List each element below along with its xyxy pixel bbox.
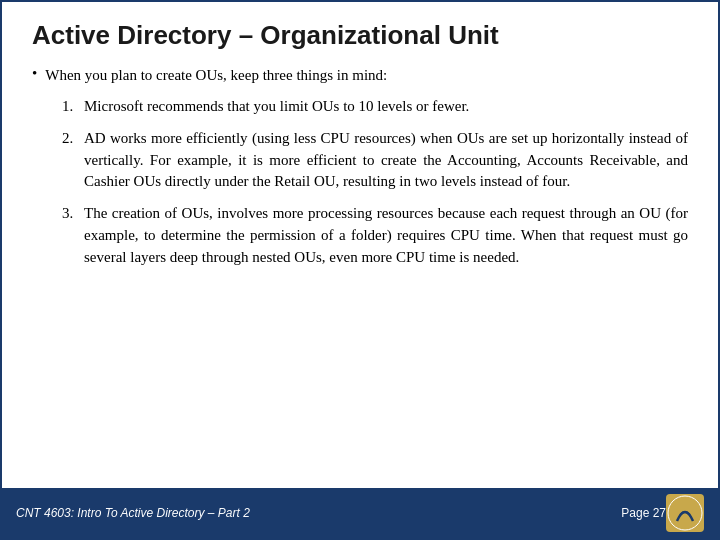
item-3-num: 3. xyxy=(62,203,84,225)
list-item-2: 2. AD works more efficiently (using less… xyxy=(62,128,688,193)
item-2-text: AD works more efficiently (using less CP… xyxy=(84,128,688,193)
slide-content: Active Directory – Organizational Unit •… xyxy=(2,2,718,488)
list-item-1: 1. Microsoft recommends that you limit O… xyxy=(62,96,688,118)
numbered-list: 1. Microsoft recommends that you limit O… xyxy=(62,96,688,268)
item-2-num: 2. xyxy=(62,128,84,150)
main-bullet: • When you plan to create OUs, keep thre… xyxy=(32,65,688,86)
list-item-3: 3. The creation of OUs, involves more pr… xyxy=(62,203,688,268)
main-bullet-text: When you plan to create OUs, keep three … xyxy=(45,65,387,86)
logo-svg xyxy=(667,495,703,531)
item-3-text: The creation of OUs, involves more proce… xyxy=(84,203,688,268)
slide-footer: CNT 4603: Intro To Active Directory – Pa… xyxy=(2,488,718,538)
item-1-num: 1. xyxy=(62,96,84,118)
footer-page: Page 27 xyxy=(621,506,666,520)
slide: Active Directory – Organizational Unit •… xyxy=(0,0,720,540)
slide-title: Active Directory – Organizational Unit xyxy=(32,20,688,51)
item-1-text: Microsoft recommends that you limit OUs … xyxy=(84,96,688,118)
bullet-symbol: • xyxy=(32,65,37,82)
footer-logo xyxy=(666,494,704,532)
footer-course: CNT 4603: Intro To Active Directory – Pa… xyxy=(16,506,581,520)
